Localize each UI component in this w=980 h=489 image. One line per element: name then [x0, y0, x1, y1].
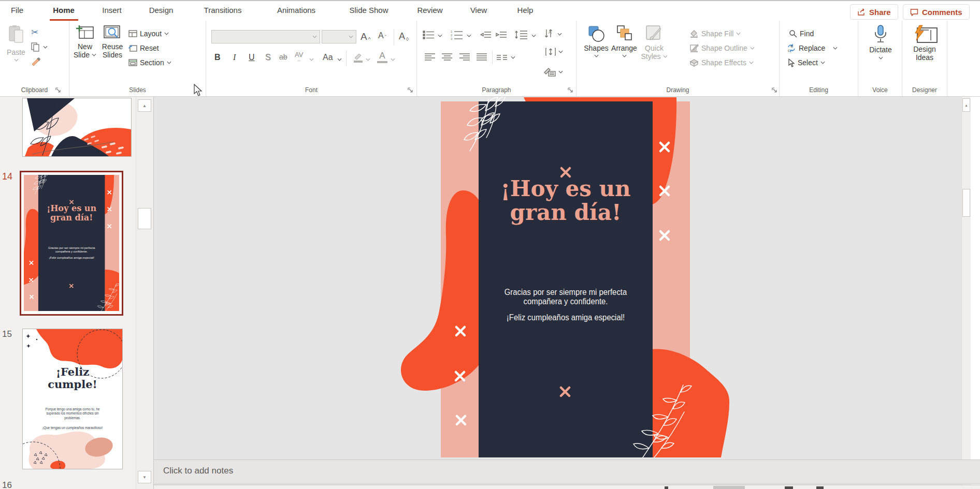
font-color-button[interactable]: A [377, 51, 387, 63]
new-slide-button[interactable]: New Slide [73, 25, 97, 59]
chevron-down-icon [594, 54, 599, 57]
slide-14-canvas[interactable]: ¡Hoy es un gran día! Gracias por ser sie… [441, 101, 690, 457]
shapes-button[interactable]: Shapes [584, 25, 609, 57]
columns-icon [496, 54, 508, 61]
slide-15-thumbnail[interactable]: ¡Feliz cumple! Porque tengo una amiga co… [22, 329, 123, 469]
text-shadow-button[interactable]: S [265, 53, 271, 62]
paragraph-dialog-launcher[interactable] [567, 87, 573, 93]
chevron-down-icon [511, 56, 515, 59]
shape-fill-icon [689, 29, 699, 38]
line-spacing-button[interactable] [514, 30, 528, 39]
share-button[interactable]: Share [850, 4, 898, 20]
quick-styles-button[interactable]: Quick Styles [641, 25, 668, 61]
font-size-combobox[interactable] [322, 30, 356, 43]
strikethrough-button[interactable]: ab [279, 53, 287, 61]
change-case-button[interactable]: Aa [323, 53, 333, 62]
shape-outline-icon [689, 44, 699, 52]
slide-title-textbox[interactable]: ¡Hoy es un gran día! [42, 204, 102, 222]
align-left-button[interactable] [424, 53, 436, 61]
font-name-combobox[interactable] [211, 30, 320, 43]
text-direction-button[interactable]: A [544, 29, 562, 39]
status-active-view-button[interactable] [713, 486, 745, 489]
reset-button[interactable]: Reset [128, 42, 159, 54]
underline-button[interactable]: U [249, 53, 255, 62]
status-view-button[interactable] [785, 486, 793, 489]
canvas-scroll-up-button[interactable]: ▲ [962, 98, 970, 112]
align-center-button[interactable] [441, 53, 453, 61]
paste-button[interactable]: Paste [4, 25, 28, 62]
drawing-dialog-launcher[interactable] [771, 87, 777, 93]
design-ideas-button[interactable]: Design Ideas [906, 25, 943, 62]
tab-transitions[interactable]: Transitions [204, 6, 242, 14]
tab-file[interactable]: File [11, 6, 23, 14]
slide-13-thumbnail[interactable] [22, 98, 132, 157]
design-ideas-label-2: Ideas [916, 53, 933, 62]
status-view-button-2[interactable] [816, 486, 824, 489]
tab-animations[interactable]: Animations [277, 6, 315, 14]
slide-body-textbox[interactable]: Gracias por ser siempre mi perfecta comp… [45, 246, 98, 260]
dictate-button[interactable]: Dictate [868, 25, 893, 60]
chevron-down-icon [878, 56, 883, 60]
layout-button[interactable]: Layout [128, 28, 169, 39]
increase-font-size-button[interactable]: A^ [361, 31, 370, 42]
reuse-slides-button[interactable]: Reuse Slides [99, 25, 125, 59]
replace-icon: bc [787, 44, 796, 52]
thumbnail-scrollbar[interactable]: ▲ ▼ [136, 97, 153, 489]
convert-smartart-button[interactable] [543, 67, 563, 77]
thumbnail-scroll-up-button[interactable]: ▲ [138, 99, 151, 112]
columns-button[interactable] [496, 54, 508, 61]
new-slide-label-2: Slide [74, 51, 96, 59]
increase-indent-button[interactable] [496, 31, 507, 39]
slide-title-textbox[interactable]: ¡Hoy es un gran día! [488, 177, 643, 225]
slide-15-number: 15 [2, 329, 12, 339]
reuse-slides-label-1: Reuse [102, 42, 123, 51]
tab-help[interactable]: Help [517, 6, 534, 14]
section-button[interactable]: Section [128, 57, 171, 68]
svg-text:c: c [788, 49, 790, 52]
tab-view[interactable]: View [470, 6, 487, 14]
tab-review[interactable]: Review [417, 6, 442, 14]
justify-button[interactable] [476, 53, 487, 61]
thumbnail-scroll-down-button[interactable]: ▼ [138, 471, 151, 483]
tab-design[interactable]: Design [149, 6, 174, 14]
arrange-button[interactable]: Arrange [611, 25, 638, 57]
character-spacing-button[interactable]: AV↔ [295, 51, 303, 63]
align-right-button[interactable] [459, 53, 470, 61]
group-designer: Design Ideas Designer [902, 21, 947, 96]
canvas-scrollbar[interactable]: ▲ [961, 97, 971, 489]
numbering-button[interactable]: 1 2 3 [450, 29, 464, 40]
slide-14-thumbnail-selected[interactable]: ¡Hoy es un gran día! Gracias por ser sie… [20, 171, 123, 316]
notes-pane[interactable]: Click to add notes [154, 460, 980, 484]
copy-button[interactable] [31, 42, 48, 52]
comments-button[interactable]: Comments [903, 4, 970, 20]
tab-slide-show[interactable]: Slide Show [349, 6, 388, 14]
find-icon [789, 29, 797, 38]
tab-home[interactable]: Home [53, 6, 75, 14]
slide-14-artwork [24, 175, 119, 311]
shape-fill-button[interactable]: Shape Fill [689, 28, 741, 39]
slide-14-canvas[interactable]: ¡Hoy es un gran día! Gracias por ser sie… [24, 175, 119, 311]
shape-effects-button[interactable]: Shape Effects [689, 57, 754, 68]
clipboard-dialog-launcher[interactable] [55, 87, 61, 93]
bullets-button[interactable] [423, 30, 435, 39]
decrease-font-size-button[interactable]: Aˇ [378, 31, 386, 40]
canvas-scrollbar-thumb[interactable] [962, 189, 970, 217]
font-dialog-launcher[interactable] [407, 87, 413, 93]
replace-button[interactable]: bc Replace [787, 42, 838, 54]
cut-button[interactable]: ✂ [31, 27, 38, 38]
thumbnail-scrollbar-thumb[interactable] [138, 208, 151, 229]
slide-editing-canvas[interactable]: ¡Hoy es un gran día! Gracias por ser sie… [154, 97, 971, 489]
format-painter-button[interactable] [30, 57, 41, 68]
bold-button[interactable]: B [214, 53, 221, 62]
slide-body-textbox[interactable]: Gracias por ser siempre mi perfecta comp… [495, 288, 636, 323]
clear-formatting-button[interactable]: A◊ [399, 31, 409, 42]
find-button[interactable]: Find [789, 28, 814, 39]
decrease-indent-button[interactable] [480, 31, 492, 39]
select-button[interactable]: Select [788, 57, 825, 68]
status-icon[interactable] [665, 486, 668, 489]
highlight-color-button[interactable] [352, 52, 364, 63]
shape-outline-button[interactable]: Shape Outline [689, 42, 755, 54]
tab-insert[interactable]: Insert [102, 6, 122, 14]
align-text-button[interactable] [545, 48, 563, 56]
italic-button[interactable]: I [233, 53, 236, 62]
